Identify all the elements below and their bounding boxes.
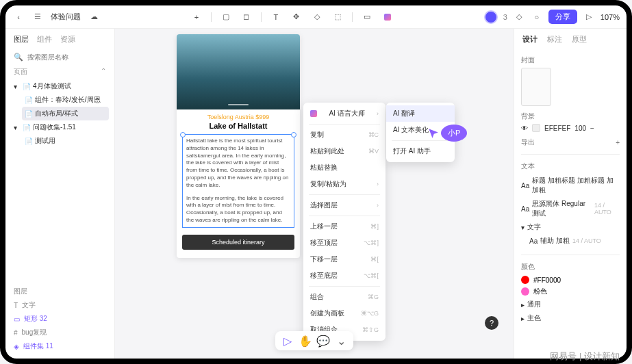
ai-icon[interactable] xyxy=(381,11,394,23)
text-icon[interactable]: T xyxy=(270,11,282,23)
description-2: In the early morning, the lake is covere… xyxy=(183,192,294,227)
tab-assets[interactable]: 资源 xyxy=(60,34,75,44)
doc-title: 体验问题 xyxy=(51,12,81,22)
ctx-item[interactable]: 选择图层› xyxy=(303,197,385,213)
canvas-toolbar: ▷ ✋ 💬 ⌄ xyxy=(275,331,353,350)
right-sidebar: 设计 标注 原型 封面 背景 👁 EFEFEF 100 − 导出+ 文本 Aa标… xyxy=(514,29,627,359)
ctx-ai[interactable]: AI 语言大师› xyxy=(303,105,385,122)
selected-text-block[interactable]: Hallstatt lake is the most spiritual tou… xyxy=(182,134,294,228)
component-icon[interactable]: ◇ xyxy=(311,11,323,23)
minus-icon[interactable]: − xyxy=(590,125,594,132)
chevron-down-icon[interactable]: ⌄ xyxy=(336,335,346,346)
ctx-item[interactable]: 组合⌘G xyxy=(303,289,385,305)
bg-label: 背景 xyxy=(521,112,535,121)
ctx-item[interactable]: 上移一层⌘] xyxy=(303,218,385,235)
pages-label: 页面 xyxy=(14,67,27,77)
cloud-icon: ☁ xyxy=(88,11,100,23)
mask-icon[interactable]: ⬚ xyxy=(331,11,344,23)
layer-row[interactable]: ▭矩形 32 xyxy=(14,312,106,326)
bookmark-icon[interactable]: ○ xyxy=(531,11,543,23)
ctx-item[interactable]: 下移一层⌘[ xyxy=(303,251,385,268)
hand-tool-icon[interactable]: ✋ xyxy=(300,335,311,346)
move-icon[interactable]: ✥ xyxy=(290,11,303,23)
canvas[interactable]: Toelslong Austria $999 Lake of Hallstatt… xyxy=(115,29,514,359)
color-label: 颜色 xyxy=(521,262,535,272)
general-row[interactable]: ▸通用 xyxy=(521,298,620,311)
ctx-item[interactable]: 粘贴到此处⌘V xyxy=(303,143,385,159)
layers-section: 图层 xyxy=(14,287,27,296)
tree-item[interactable]: 📄组件：春玲/发长/周恩 xyxy=(22,93,109,107)
menu-icon[interactable]: ☰ xyxy=(31,11,44,23)
frame-icon[interactable]: ▢ xyxy=(220,11,232,23)
description-1: Hallstatt lake is the most spiritual tou… xyxy=(183,135,294,192)
frame-title: Lake of Hallstatt xyxy=(177,122,300,134)
comment-tool-icon[interactable]: 💬 xyxy=(318,335,329,346)
tree-item-selected[interactable]: 📄自动布局/样式 xyxy=(22,107,109,120)
export-label: 导出 xyxy=(521,138,535,147)
play-icon[interactable]: ▷ xyxy=(583,11,595,23)
tab-components[interactable]: 组件 xyxy=(37,34,52,44)
tree-group[interactable]: ▾📄4月体验测试 xyxy=(11,79,109,93)
image-icon[interactable]: ▭ xyxy=(361,11,373,23)
collaborator-name: 小P xyxy=(441,125,467,142)
pointer-tool-icon[interactable]: ▷ xyxy=(282,335,293,346)
collaborator-cursor: 小P xyxy=(427,125,467,142)
ctx-item[interactable]: 复制⌘C xyxy=(303,127,385,143)
plus-icon[interactable]: + xyxy=(616,139,620,146)
user-count: 3 xyxy=(503,13,507,21)
ctx-item[interactable]: 创建为画板⌘⌥G xyxy=(303,305,385,322)
font-row[interactable]: Aa标题 加粗标题 加粗标题 加加粗 xyxy=(521,174,620,197)
add-icon[interactable]: + xyxy=(190,11,203,23)
font-row[interactable]: Aa思源黑体 Regular测试14 / AUTO xyxy=(521,197,620,220)
ctx-item[interactable]: 移至底层⌥⌘[ xyxy=(303,268,385,284)
text-label: 文本 xyxy=(521,161,535,171)
tree-item[interactable]: 📄测试用 xyxy=(22,134,109,148)
layer-row[interactable]: #bug复现 xyxy=(14,326,106,339)
left-sidebar: 图层 组件 资源 🔍 ▤ 页面 ⌃ ▾📄4月体验测试 📄组件：春玲/发长/周恩 … xyxy=(5,29,115,359)
color-row[interactable]: #FF0000 xyxy=(521,274,620,285)
main-color-row[interactable]: ▸主色 xyxy=(521,311,620,325)
ctx-item[interactable]: 移至顶层⌥⌘] xyxy=(303,235,385,251)
cover-thumbnail[interactable] xyxy=(521,68,551,106)
help-button[interactable]: ? xyxy=(485,316,498,330)
avatar[interactable] xyxy=(484,10,498,24)
bg-swatch[interactable] xyxy=(532,124,540,132)
tab-layers[interactable]: 图层 xyxy=(14,34,29,44)
submenu-item[interactable]: AI 翻译 xyxy=(386,105,455,122)
cta-button[interactable]: Scheduled itinerary xyxy=(182,235,294,250)
tab-inspect[interactable]: 标注 xyxy=(547,34,562,44)
tree-group[interactable]: ▾📄问题收集-1.51 xyxy=(11,120,109,134)
back-icon[interactable]: ‹ xyxy=(12,11,25,23)
design-frame[interactable]: Toelslong Austria $999 Lake of Hallstatt… xyxy=(177,34,300,258)
cover-label: 封面 xyxy=(521,55,535,65)
bg-hex[interactable]: EFEFEF xyxy=(544,125,570,132)
layer-row[interactable]: T文字 xyxy=(14,298,106,312)
layer-row[interactable]: ◈组件集 11 xyxy=(14,339,106,353)
ctx-item[interactable]: 复制/粘贴为› xyxy=(303,176,385,192)
ctx-item[interactable]: 粘贴替换 xyxy=(303,159,385,176)
search-input[interactable] xyxy=(27,53,114,61)
share-button[interactable]: 分享 xyxy=(548,10,577,24)
pin-icon[interactable]: ◇ xyxy=(513,11,525,23)
zoom-level[interactable]: 107% xyxy=(601,13,620,21)
color-row[interactable]: 粉色 xyxy=(521,285,620,298)
font-row[interactable]: Aa辅助 加粗14 / AUTO xyxy=(521,234,620,248)
watermark: 网易号 | 设计新知 xyxy=(550,350,620,363)
shape-icon[interactable]: ◻ xyxy=(240,11,253,23)
submenu-item[interactable]: 打开 AI 助手 xyxy=(386,143,455,159)
tab-prototype[interactable]: 原型 xyxy=(572,34,587,44)
eye-icon[interactable]: 👁 xyxy=(521,125,528,132)
collapse-icon[interactable]: ⌃ xyxy=(101,67,106,77)
frame-image xyxy=(177,34,300,109)
context-menu: AI 语言大师› 复制⌘C 粘贴到此处⌘V 粘贴替换 复制/粘贴为› 选择图层›… xyxy=(303,103,385,341)
text-sub: ▾文字 xyxy=(521,220,620,234)
bg-opacity[interactable]: 100 xyxy=(574,125,586,132)
ai-sparkle-icon xyxy=(310,110,317,117)
search-icon: 🔍 xyxy=(14,53,23,62)
caption: Toelslong Austria $999 xyxy=(177,109,300,122)
topbar: ‹ ☰ 体验问题 ☁ + ▢ ◻ T ✥ ◇ ⬚ ▭ 3 ◇ ○ 分享 ▷ 10… xyxy=(5,5,627,29)
tab-design[interactable]: 设计 xyxy=(522,34,538,44)
